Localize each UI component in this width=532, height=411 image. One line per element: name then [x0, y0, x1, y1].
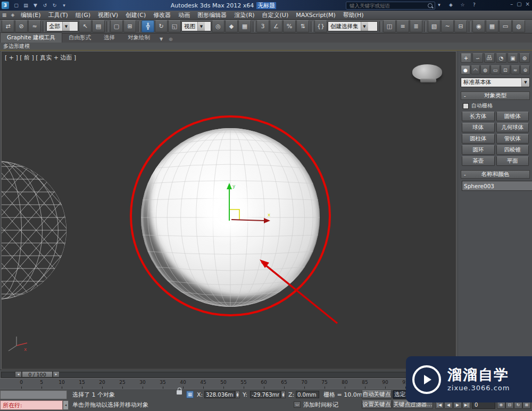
category-systems-icon[interactable]: ⊚ — [520, 65, 530, 74]
reference-coordinate-dropdown[interactable]: 视图▼ — [181, 21, 211, 31]
ribbon-caret-icon[interactable]: ▼ — [156, 36, 166, 43]
menu-item-views[interactable]: 视图(V) — [94, 11, 122, 19]
bind-to-spacewarp-icon[interactable]: ≈ — [28, 20, 41, 32]
plane-button[interactable]: 平面 — [496, 156, 529, 166]
exchange-icon[interactable]: ◈ — [447, 1, 455, 9]
add-time-tag-text[interactable]: 添加时间标记 — [303, 400, 338, 409]
cone-button[interactable]: 圆锥体 — [496, 112, 529, 121]
time-slider-groove[interactable] — [1, 372, 455, 378]
chevron-down-icon[interactable]: ▼ — [521, 78, 529, 87]
minimize-icon[interactable]: – — [510, 1, 513, 7]
box-button[interactable]: 长方体 — [462, 112, 495, 121]
maximize-icon[interactable]: ▢ — [517, 1, 521, 7]
angle-snap-icon[interactable]: ∠ — [270, 20, 282, 32]
render-icon[interactable]: ◍ — [512, 20, 525, 32]
help-icon[interactable]: ? — [470, 1, 478, 9]
menu-item-rendering[interactable]: 渲染(R) — [230, 11, 258, 19]
pyramid-button[interactable]: 四棱锥 — [496, 145, 529, 155]
time-slider-handle[interactable]: ◂ 0 / 100 ▸ — [15, 371, 60, 378]
tab-selection[interactable]: 选择 — [97, 33, 121, 43]
chevron-down-icon[interactable]: ▼ — [197, 22, 205, 31]
favorites-icon[interactable]: ☆ — [459, 1, 467, 9]
time-slider-value[interactable]: 0 / 100 — [22, 371, 53, 378]
align-icon[interactable]: ≡ — [396, 20, 409, 32]
object-name-field[interactable] — [462, 181, 532, 191]
menu-item-create[interactable]: 创建(C) — [122, 11, 149, 19]
app-logo-icon[interactable]: 3 — [2, 2, 9, 9]
infocenter-caret-icon[interactable]: ▾ — [435, 1, 443, 9]
rollout-name-and-color[interactable]: - 名称和颜色 — [461, 170, 530, 179]
pivot-point-icon[interactable]: ◎ — [212, 20, 225, 32]
tab-hierarchy-icon[interactable]: 品 — [484, 53, 495, 63]
select-object-icon[interactable]: ↖ — [79, 20, 92, 32]
x-coordinate-field[interactable] — [204, 391, 235, 398]
chevron-down-icon[interactable]: ▼ — [361, 22, 368, 31]
category-geometry-icon[interactable]: ● — [461, 65, 470, 74]
select-and-rotate-icon[interactable]: ↻ — [155, 20, 168, 32]
select-and-manipulate-icon[interactable]: ◆ — [225, 20, 238, 32]
select-and-move-icon[interactable]: ╬ — [142, 20, 154, 32]
selection-lock-icon[interactable] — [177, 390, 182, 395]
y-coordinate-field[interactable] — [250, 391, 281, 398]
time-tag-icon[interactable]: ▭ — [294, 401, 301, 408]
curve-editor-icon[interactable]: ~ — [441, 20, 454, 32]
time-slider-track[interactable]: ◂ 0 / 100 ▸ — [0, 370, 456, 379]
named-selection-dropdown[interactable]: 创建选择集▼ — [328, 21, 378, 31]
menu-item-modifiers[interactable]: 修改器 — [149, 11, 174, 19]
previous-frame-arrow-icon[interactable]: ◂ — [15, 371, 22, 378]
x-coordinate-input[interactable] — [206, 392, 234, 398]
maxscript-listener-line[interactable]: 所在行: — [0, 400, 63, 410]
select-and-link-icon[interactable]: ⇄ — [2, 20, 14, 32]
selection-filter-dropdown[interactable]: 全部▼ — [46, 21, 78, 31]
next-frame-arrow-icon[interactable]: ▸ — [53, 371, 60, 378]
unlink-selection-icon[interactable]: ⊘ — [15, 20, 28, 32]
y-spinner[interactable]: ▲▼ — [281, 391, 286, 398]
workspace-icon[interactable]: ▦ — [0, 12, 9, 19]
schematic-view-icon[interactable]: ⊟ — [454, 20, 467, 32]
torus-button[interactable]: 圆环 — [462, 145, 495, 155]
tab-object-paint[interactable]: 对象绘制 — [121, 33, 156, 43]
auto-key-button[interactable]: 自动关键点 — [362, 390, 392, 399]
tab-display-icon[interactable]: ▣ — [508, 53, 518, 63]
ribbon-minimize-icon[interactable]: ◎ — [166, 36, 176, 43]
viewcube-widget[interactable] — [412, 64, 444, 87]
render-setup-icon[interactable]: ▦ — [486, 20, 498, 32]
menu-item-animation[interactable]: 动画 — [174, 11, 194, 19]
spinner-snap-icon[interactable]: ⇅ — [296, 20, 309, 32]
rectangular-selection-icon[interactable]: ▢ — [110, 20, 123, 32]
chevron-down-icon[interactable]: ▼ — [62, 22, 70, 31]
command-search-box[interactable] — [346, 2, 435, 10]
category-cameras-icon[interactable]: ▭ — [491, 65, 500, 74]
menu-item-group[interactable]: 组(G) — [72, 11, 94, 19]
select-by-name-icon[interactable]: ▤ — [92, 20, 105, 32]
absolute-mode-icon[interactable]: ⊞ — [186, 391, 194, 398]
geosphere-button[interactable]: 几何球体 — [496, 123, 529, 132]
tube-button[interactable]: 管状体 — [496, 134, 529, 144]
tab-modify-icon[interactable]: ∽ — [472, 53, 483, 63]
qat-caret-icon[interactable]: ▾ — [60, 2, 68, 9]
geometry-category-dropdown[interactable]: 标准基本体 ▼ — [461, 78, 530, 87]
viewport-label[interactable]: [ + ] [ 前 ] [ 真实 + 边面 ] — [5, 54, 76, 62]
tab-graphite-modeling[interactable]: Graphite 建模工具 — [0, 32, 62, 43]
edit-named-selection-icon[interactable]: {} — [314, 20, 327, 32]
rollout-object-type[interactable]: - 对象类型 — [461, 91, 530, 100]
y-coordinate-input[interactable] — [252, 392, 279, 398]
teapot-button[interactable]: 茶壶 — [462, 156, 495, 166]
rendered-frame-icon[interactable]: ▭ — [499, 20, 512, 32]
menu-item-help[interactable]: 帮助(H) — [339, 11, 368, 19]
graphite-toggle-icon[interactable]: ▧ — [428, 20, 440, 32]
menu-item-maxscript[interactable]: MAXScript(M) — [292, 11, 339, 19]
category-spacewarps-icon[interactable]: ≈ — [511, 65, 520, 74]
rollout-collapse-icon[interactable]: - — [464, 93, 466, 99]
set-key-button[interactable]: 设置关键点 — [362, 400, 392, 409]
tab-utilities-icon[interactable]: ⊛ — [519, 53, 530, 63]
cylinder-button[interactable]: 圆柱体 — [462, 134, 495, 144]
command-search-input[interactable] — [348, 2, 428, 9]
tab-freeform[interactable]: 自由形式 — [62, 33, 97, 43]
category-shapes-icon[interactable]: ◠ — [471, 65, 480, 74]
mirror-icon[interactable]: ◫ — [383, 20, 396, 32]
category-helpers-icon[interactable]: ⊡ — [501, 65, 510, 74]
workspace-switch-icon[interactable]: ◈ — [9, 12, 17, 19]
search-icon[interactable] — [428, 3, 433, 8]
select-and-scale-icon[interactable]: ◱ — [168, 20, 181, 32]
